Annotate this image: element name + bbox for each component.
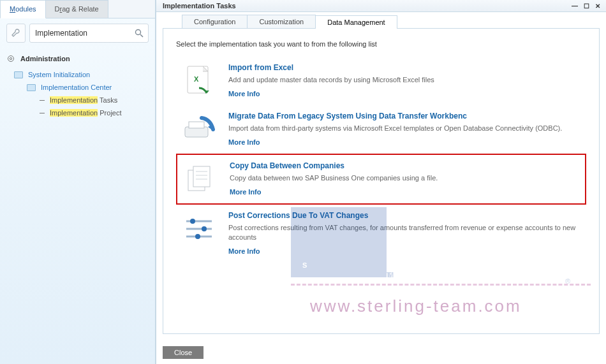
svg-point-2 [8, 56, 14, 62]
task-title: Import from Excel [228, 63, 434, 72]
subtab-data-management[interactable]: Data Management [315, 15, 397, 29]
tools-button[interactable] [6, 24, 26, 43]
printer-transfer-icon [180, 112, 218, 147]
tree-implementation-project[interactable]: Implementation Project [3, 106, 155, 119]
task-migrate-data[interactable]: Migrate Data From Legacy System Using Da… [176, 105, 586, 154]
admin-header[interactable]: Administration [0, 48, 155, 67]
svg-text:TEM: TEM [387, 271, 394, 279]
task-title: Copy Data Between Companies [230, 161, 438, 170]
tab-drag-relate[interactable]: Drag & Relate [45, 0, 108, 18]
wrench-icon [11, 28, 21, 38]
svg-point-20 [195, 234, 200, 239]
close-button[interactable]: Close [163, 346, 203, 359]
tab-modules[interactable]: Modules [0, 0, 46, 18]
subtab-configuration[interactable]: Configuration [182, 15, 248, 28]
dash-icon [40, 113, 45, 113]
folder-icon [14, 71, 23, 78]
intro-text: Select the implementation task you want … [176, 40, 586, 48]
tree-label: Implementation Center [41, 84, 112, 91]
svg-point-18 [202, 226, 207, 231]
search-field[interactable] [29, 24, 149, 43]
task-title: Migrate Data From Legacy System Using Da… [228, 112, 562, 120]
task-title: Post Corrections Due To VAT Changes [228, 211, 582, 220]
tree-system-initialization[interactable]: System Initialization [3, 68, 155, 81]
svg-text:X: X [194, 75, 199, 83]
sidebar: Modules Drag & Relate [0, 0, 156, 364]
watermark-url: www.sterling-team.com [310, 296, 522, 316]
window-title: Implementation Tasks [163, 2, 236, 10]
documents-copy-icon [181, 161, 219, 197]
tree-implementation-tasks[interactable]: Implementation Tasks [3, 94, 155, 106]
svg-point-0 [136, 30, 141, 35]
tree-label: Implementation Tasks [50, 96, 117, 104]
main-panel: Implementation Tasks — ☐ ✕ Configuration… [156, 0, 606, 364]
close-window-button[interactable]: ✕ [593, 2, 602, 10]
admin-label: Administration [20, 55, 70, 62]
task-desc: Add and update master data records by us… [228, 75, 434, 85]
sub-tabs: Configuration Customization Data Managem… [182, 15, 606, 28]
more-info-link[interactable]: More Info [228, 90, 434, 98]
task-desc: Post corrections resulting from VAT chan… [228, 223, 582, 242]
svg-rect-11 [193, 166, 210, 187]
search-icon[interactable] [134, 28, 144, 38]
tree-label: Implementation Project [50, 109, 122, 117]
more-info-link[interactable]: More Info [230, 188, 438, 196]
content-frame: Select the implementation task you want … [163, 28, 600, 334]
more-info-link[interactable]: More Info [228, 247, 582, 255]
svg-text:S: S [302, 261, 307, 269]
svg-point-16 [190, 219, 195, 224]
tree-label: System Initialization [28, 71, 90, 78]
watermark-divider [291, 284, 591, 286]
dash-icon [40, 100, 45, 101]
folder-icon [27, 84, 36, 91]
task-copy-data-highlighted[interactable]: Copy Data Between Companies Copy data be… [176, 154, 586, 205]
nav-tree: System Initialization Implementation Cen… [0, 67, 155, 119]
svg-rect-8 [189, 122, 204, 128]
search-input[interactable] [35, 29, 143, 38]
window-titlebar: Implementation Tasks — ☐ ✕ [156, 0, 606, 12]
sliders-icon [180, 211, 218, 247]
excel-file-icon: X [180, 63, 218, 99]
task-desc: Copy data between two SAP Business One c… [230, 173, 438, 183]
svg-text:®: ® [565, 277, 570, 285]
maximize-button[interactable]: ☐ [582, 2, 591, 10]
task-vat-corrections[interactable]: Post Corrections Due To VAT Changes Post… [176, 205, 586, 261]
subtab-customization[interactable]: Customization [247, 15, 316, 28]
task-import-excel[interactable]: X Import from Excel Add and update maste… [176, 57, 586, 105]
svg-point-3 [10, 57, 11, 59]
gear-outline-icon [6, 54, 15, 63]
sidebar-tabs: Modules Drag & Relate [0, 0, 155, 18]
tree-implementation-center[interactable]: Implementation Center [3, 81, 155, 94]
panel-footer: Close [156, 341, 606, 364]
minimize-button[interactable]: — [570, 2, 579, 10]
svg-line-1 [140, 34, 143, 37]
task-desc: Import data from third-party systems via… [228, 124, 562, 133]
more-info-link[interactable]: More Info [228, 138, 562, 146]
